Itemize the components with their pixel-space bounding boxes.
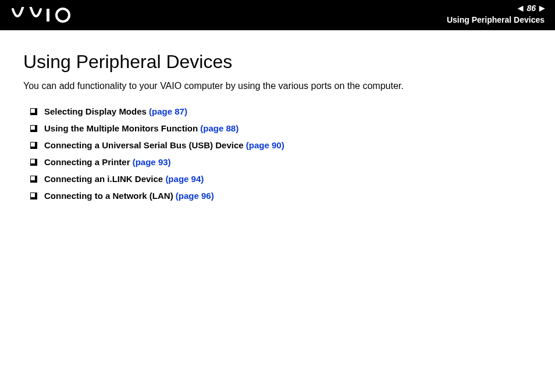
svg-point-1 <box>56 9 69 22</box>
page-ref-link[interactable]: (page 87) <box>149 106 187 116</box>
bullet-icon <box>30 108 37 115</box>
page-heading: Using Peripheral Devices <box>23 51 532 73</box>
page-ref-link[interactable]: (page 93) <box>133 157 171 167</box>
page-header: ◀ 86 ▶ Using Peripheral Devices <box>0 0 555 30</box>
section-title: Using Peripheral Devices <box>447 15 545 24</box>
list-item: Selecting Display Modes (page 87) <box>23 106 532 116</box>
intro-text: You can add functionality to your VAIO c… <box>23 81 532 91</box>
topic-list: Selecting Display Modes (page 87) Using … <box>23 106 532 201</box>
item-title: Connecting to a Network (LAN) <box>44 191 173 201</box>
prev-page-arrow[interactable]: ◀ <box>518 4 523 12</box>
item-title: Selecting Display Modes <box>44 106 147 116</box>
next-page-arrow[interactable]: ▶ <box>539 4 545 12</box>
bullet-icon <box>30 125 37 132</box>
svg-rect-0 <box>47 9 49 22</box>
vaio-logo <box>12 7 76 26</box>
page-nav: ◀ 86 ▶ <box>518 3 545 13</box>
bullet-icon <box>30 159 37 166</box>
page-content: Using Peripheral Devices You can add fun… <box>0 30 555 229</box>
bullet-icon <box>30 193 37 199</box>
list-item: Connecting a Printer (page 93) <box>23 157 532 167</box>
list-item: Connecting to a Network (LAN) (page 96) <box>23 191 532 201</box>
page-number: 86 <box>526 3 536 13</box>
list-item: Connecting an i.LINK Device (page 94) <box>23 174 532 184</box>
page-ref-link[interactable]: (page 90) <box>246 140 284 150</box>
item-title: Connecting an i.LINK Device <box>44 174 163 184</box>
page-ref-link[interactable]: (page 96) <box>176 191 214 201</box>
item-title: Connecting a Printer <box>44 157 130 167</box>
bullet-icon <box>30 142 37 149</box>
item-title: Connecting a Universal Serial Bus (USB) … <box>44 140 244 150</box>
list-item: Using the Multiple Monitors Function (pa… <box>23 123 532 133</box>
page-ref-link[interactable]: (page 94) <box>165 174 204 184</box>
page-ref-link[interactable]: (page 88) <box>200 123 239 133</box>
bullet-icon <box>30 176 37 183</box>
list-item: Connecting a Universal Serial Bus (USB) … <box>23 140 532 150</box>
item-title: Using the Multiple Monitors Function <box>44 123 198 133</box>
